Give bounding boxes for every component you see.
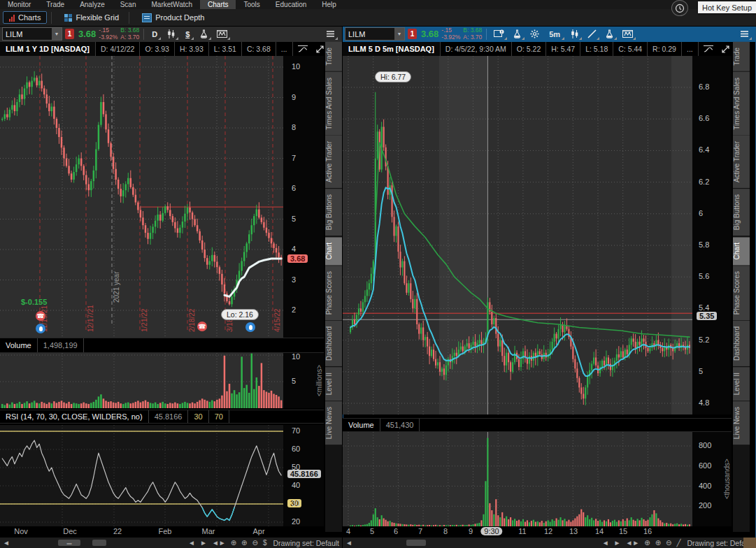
currency-tool-icon[interactable]: $ — [263, 540, 267, 547]
draw-tool-icon[interactable]: ╱ — [676, 540, 680, 547]
chart-menu-button[interactable] — [737, 27, 752, 41]
pan-left-icon[interactable]: ◄ — [602, 540, 609, 547]
drawing-set-status[interactable]: Drawing set: Default — [273, 539, 339, 547]
patterns-button[interactable] — [620, 27, 636, 41]
auto-scale-icon[interactable]: ◄► — [212, 540, 226, 547]
side-tab-big-buttons[interactable]: Big Buttons — [733, 189, 750, 236]
alert-badge[interactable]: 1 — [65, 29, 74, 39]
menu-charts[interactable]: Charts — [200, 0, 236, 9]
phone-marker[interactable]: ☎ — [36, 311, 45, 321]
menu-marketwatch[interactable]: MarketWatch — [144, 0, 201, 9]
side-tab-active-trader[interactable]: Active Trader — [325, 136, 342, 188]
drawing-line-button[interactable] — [585, 27, 599, 41]
tab-product-depth[interactable]: Product Depth — [136, 12, 210, 24]
intraday-price-chart[interactable]: Hi: 6.77 — [343, 56, 692, 414]
axis-label: 5 — [292, 377, 296, 385]
menu-monitor[interactable]: Monitor — [0, 0, 38, 9]
menu-education[interactable]: Education — [268, 0, 314, 9]
scroll-left-arrow[interactable]: ◄ — [3, 540, 10, 547]
side-tab-level-ii[interactable]: Level II — [733, 367, 750, 401]
studies-button[interactable] — [197, 27, 211, 41]
pan-left-icon[interactable]: ◄ — [188, 540, 195, 547]
studies-button[interactable] — [510, 27, 525, 41]
svg-text:2/18/22: 2/18/22 — [188, 308, 196, 332]
symbol-input[interactable]: LILM ▼ — [345, 27, 405, 41]
side-tab-chart[interactable]: Chart — [325, 237, 342, 265]
side-tab-dashboard[interactable]: Dashboard — [325, 321, 342, 366]
scrollbar-thumb[interactable] — [406, 540, 426, 546]
phone-marker[interactable]: ☎ — [197, 322, 207, 331]
side-tab-times-and-sales[interactable]: Times And Sales — [325, 72, 342, 136]
patterns-button[interactable] — [214, 27, 230, 41]
daily-price-chart[interactable]: 2021 year11/19/2112/17/211/21/222/18/223… — [0, 56, 283, 338]
side-tab-dashboard[interactable]: Dashboard — [733, 321, 750, 366]
intraday-volume-chart[interactable] — [343, 432, 692, 526]
side-tab-live-news[interactable]: Live News — [733, 401, 750, 445]
auto-scale-icon[interactable]: ◄► — [625, 540, 639, 547]
axis-label: 10 — [292, 62, 300, 71]
menu-scan[interactable]: Scan — [113, 0, 144, 9]
tab-charts[interactable]: Charts — [3, 11, 47, 24]
currency-button[interactable]: $ — [181, 27, 194, 41]
zoom-out-icon[interactable]: ⊖ — [666, 540, 671, 547]
chart-style-button[interactable] — [164, 27, 178, 41]
zoom-in-icon[interactable]: ⊕ — [655, 540, 661, 547]
crosshair-tool-icon[interactable]: ⊕ — [644, 540, 650, 547]
side-tab-live-news[interactable]: Live News — [325, 401, 342, 445]
axis-label: 5.8 — [699, 240, 709, 249]
menu-analyze[interactable]: Analyze — [72, 0, 113, 9]
chart-mode-icon[interactable] — [293, 42, 313, 56]
daily-price-axis[interactable]: 3.68 1098765432 — [283, 56, 324, 338]
rsi-axis: 45.8166 30 706050403020 — [283, 425, 324, 526]
daily-time-axis[interactable]: NovDec22FebMarApr — [0, 526, 324, 538]
analysis-button[interactable] — [602, 27, 617, 41]
menu-help[interactable]: Help — [314, 0, 344, 9]
settings-button[interactable] — [527, 27, 542, 41]
chart-mode-icon[interactable] — [699, 42, 718, 56]
side-tab-chart[interactable]: Chart — [733, 237, 750, 265]
intraday-time-axis[interactable]: 4567899:30111213141516 — [343, 526, 732, 538]
pan-right-icon[interactable]: ► — [614, 540, 621, 547]
price-change: -.15-3.92% — [99, 27, 117, 41]
symbol-input[interactable]: LILM ▼ — [2, 27, 62, 41]
axis-label: 6.4 — [699, 145, 709, 154]
timeframe-button[interactable]: 5m — [545, 27, 564, 41]
zoom-out-icon[interactable]: ⊖ — [252, 540, 258, 547]
timeframe-button[interactable]: D — [148, 27, 161, 41]
menu-trade[interactable]: Trade — [38, 0, 72, 9]
idea-marker[interactable] — [245, 322, 255, 332]
pan-right-icon[interactable]: ► — [200, 540, 207, 547]
alert-badge[interactable]: 1 — [408, 29, 417, 39]
tab-flexible-grid[interactable]: Flexible Grid — [59, 12, 124, 23]
hotkey-clock-icon[interactable] — [671, 0, 688, 16]
idea-marker[interactable] — [36, 324, 45, 333]
scrollbar-thumb[interactable] — [92, 540, 106, 546]
scroll-left-arrow[interactable]: ◄ — [345, 540, 352, 547]
chart-menu-button[interactable] — [323, 27, 338, 41]
expand-icon[interactable] — [718, 42, 733, 56]
side-tab-times-and-sales[interactable]: Times And Sales — [733, 72, 750, 136]
side-tab-phase-scores[interactable]: Phase Scores — [325, 266, 342, 320]
symbol-dropdown-icon[interactable]: ▼ — [52, 28, 62, 40]
x-axis-label: Apr — [252, 527, 264, 535]
side-tab-phase-scores[interactable]: Phase Scores — [733, 266, 750, 320]
side-tab-trade[interactable]: Trade — [733, 42, 750, 71]
menu-tools[interactable]: Tools — [236, 0, 267, 9]
daily-volume-chart[interactable] — [0, 353, 283, 408]
rsi-value: 45.8166 — [149, 410, 189, 423]
intraday-price-axis[interactable]: 5.35 6.86.66.46.265.85.65.45.254.8 — [692, 56, 732, 414]
crosshair-tool-icon[interactable]: ⊕ — [231, 540, 236, 547]
zoom-in-icon[interactable]: ⊕ — [241, 540, 247, 547]
side-tab-level-ii[interactable]: Level II — [325, 367, 342, 401]
news-button[interactable] — [491, 27, 507, 41]
side-tab-big-buttons[interactable]: Big Buttons — [325, 189, 342, 236]
chart-style-button[interactable] — [567, 27, 582, 41]
rsi-chart[interactable] — [0, 425, 283, 526]
scrollbar-thumb[interactable]: ▬ — [58, 540, 80, 546]
x-axis-label: Feb — [159, 527, 172, 535]
side-tab-trade[interactable]: Trade — [325, 42, 342, 71]
symbol-dropdown-icon[interactable]: ▼ — [394, 28, 404, 40]
side-tab-active-trader[interactable]: Active Trader — [733, 136, 750, 188]
axis-label: 6 — [699, 209, 703, 217]
ohlc-field: C: 5.44 — [613, 42, 648, 56]
